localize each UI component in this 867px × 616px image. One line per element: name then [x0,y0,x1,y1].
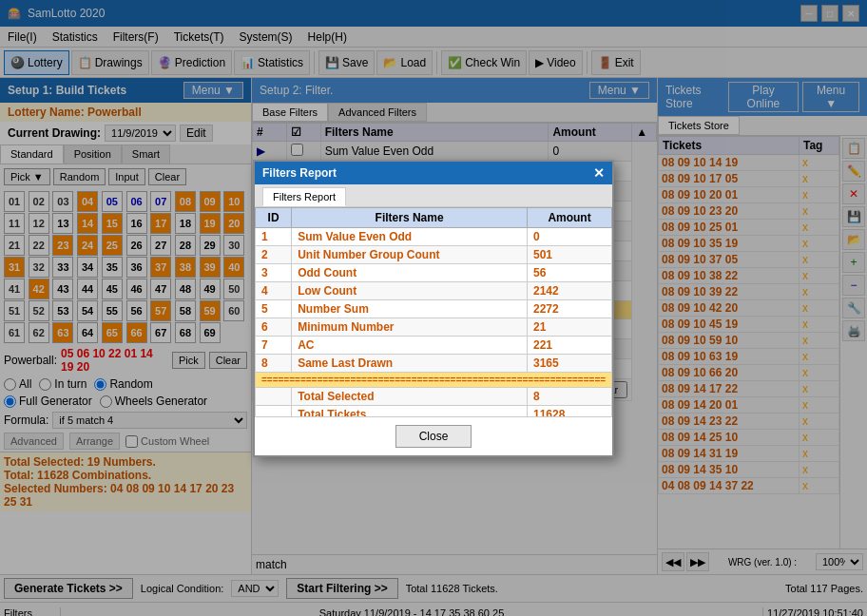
modal-footer: Close [255,416,612,455]
modal-summary-label: Total Selected [292,387,528,405]
modal-filter-row-8: 8 Same Last Drawn 3165 [256,354,612,372]
modal-filter-id-3: 3 [256,263,292,281]
modal-col-name: Filters Name [292,207,528,227]
modal-summary-label: Total Tickets [292,405,528,416]
modal-tab-bar: Filters Report [255,184,612,207]
filters-report-modal: Filters Report ✕ Filters Report ID Filte… [253,160,614,457]
modal-filter-amount-5: 2272 [528,299,612,318]
modal-filter-row-7: 7 AC 221 [256,336,612,354]
modal-filter-amount-2: 501 [528,245,612,263]
modal-close-btn[interactable]: Close [395,425,472,448]
modal-filter-id-1: 1 [256,227,292,245]
modal-filter-id-7: 7 [256,336,292,354]
modal-filter-amount-4: 2142 [528,281,612,299]
modal-col-amount: Amount [528,207,612,227]
modal-filter-row-2: 2 Unit Number Group Count 501 [256,245,612,263]
modal-separator: ========================================… [256,372,612,387]
modal-close-icon[interactable]: ✕ [593,165,605,181]
modal-filter-row-6: 6 Minimum Number 21 [256,318,612,336]
modal-filter-amount-8: 3165 [528,354,612,372]
modal-title-bar: Filters Report ✕ [255,162,612,184]
modal-filter-amount-3: 56 [528,263,612,281]
modal-filter-row-4: 4 Low Count 2142 [256,281,612,299]
modal-filter-amount-1: 0 [528,227,612,245]
modal-filter-amount-7: 221 [528,336,612,354]
modal-summary-total-tickets: Total Tickets 11628 [256,405,612,416]
modal-summary-total-selected: Total Selected 8 [256,387,612,405]
modal-summary-value: 11628 [528,405,612,416]
modal-filter-amount-6: 21 [528,318,612,336]
modal-col-id: ID [256,207,292,227]
modal-title: Filters Report [262,166,337,180]
modal-filter-name-6: Minimum Number [292,318,528,336]
modal-filter-name-2: Unit Number Group Count [292,245,528,263]
modal-filter-row-3: 3 Odd Count 56 [256,263,612,281]
modal-filter-id-8: 8 [256,354,292,372]
modal-summary-value: 8 [528,387,612,405]
modal-table: ID Filters Name Amount 1 Sum Value Even … [255,207,612,416]
modal-filter-name-5: Number Sum [292,299,528,318]
modal-filter-id-5: 5 [256,299,292,318]
modal-filter-name-8: Same Last Drawn [292,354,528,372]
modal-overlay: Filters Report ✕ Filters Report ID Filte… [0,0,867,616]
modal-filter-name-1: Sum Value Even Odd [292,227,528,245]
modal-filter-name-4: Low Count [292,281,528,299]
modal-filter-name-7: AC [292,336,528,354]
modal-filter-id-6: 6 [256,318,292,336]
modal-filter-row-5: 5 Number Sum 2272 [256,299,612,318]
modal-filter-id-2: 2 [256,245,292,263]
modal-filter-row-1: 1 Sum Value Even Odd 0 [256,227,612,245]
modal-tab-filters-report[interactable]: Filters Report [262,187,346,206]
modal-filter-name-3: Odd Count [292,263,528,281]
modal-filter-id-4: 4 [256,281,292,299]
